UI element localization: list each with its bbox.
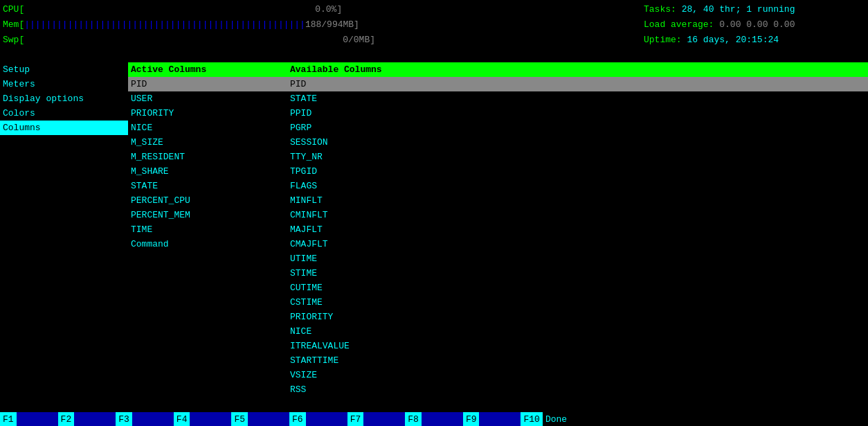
footer-f7[interactable]: F7 (347, 412, 406, 426)
avail-col-majflt[interactable]: MAJFLT (287, 222, 868, 237)
footer-f4[interactable]: F4 (174, 412, 232, 426)
f10-key[interactable]: F10 (521, 412, 542, 426)
header: CPU[ 0.0% ] Tasks: 28, 40 thr; 1 running… (0, 0, 868, 62)
avail-col-ttynr[interactable]: TTY_NR (287, 150, 868, 164)
mem-value: 188/994MB (305, 19, 354, 30)
f9-key[interactable]: F9 (463, 412, 480, 426)
footer-f9[interactable]: F9 (463, 412, 521, 426)
mem-bar: ||||||||||||||||||||||||||||||||||||||||… (24, 19, 630, 30)
footer-f6[interactable]: F6 (289, 412, 347, 426)
avail-col-state[interactable]: STATE (287, 91, 868, 106)
avail-col-starttime[interactable]: STARTTIME (287, 353, 868, 368)
sidebar-item-colors[interactable]: Colors (0, 106, 128, 121)
avail-col-ppid[interactable]: PPID (287, 106, 868, 121)
active-col-percent-cpu[interactable]: PERCENT_CPU (128, 193, 287, 208)
mem-bar-chars: ||||||||||||||||||||||||||||||||||||||||… (24, 19, 305, 30)
f4-label (190, 412, 231, 426)
avail-col-itrealvalue[interactable]: ITREALVALUE (287, 339, 868, 353)
sidebar-item-display[interactable]: Display options (0, 91, 128, 106)
active-col-priority[interactable]: PRIORITY (128, 106, 287, 121)
active-columns-header: Active Columns (128, 62, 287, 77)
active-col-msize[interactable]: M_SIZE (128, 135, 287, 150)
avail-col-nice[interactable]: NICE (287, 324, 868, 339)
avail-col-rss[interactable]: RSS (287, 382, 868, 397)
active-col-percent-mem[interactable]: PERCENT_MEM (128, 208, 287, 222)
active-col-user[interactable]: USER (128, 91, 287, 106)
active-col-mresident[interactable]: M_RESIDENT (128, 150, 287, 164)
sidebar-item-setup[interactable]: Setup (0, 62, 128, 77)
cpu-bar: 0.0% ] (24, 4, 630, 15)
active-col-pid[interactable]: PID (128, 77, 287, 91)
active-col-command[interactable]: Command (128, 237, 287, 251)
f6-key[interactable]: F6 (289, 412, 306, 426)
avail-col-tpgid[interactable]: TPGID (287, 164, 868, 179)
f2-key[interactable]: F2 (58, 412, 75, 426)
avail-col-minflt[interactable]: MINFLT (287, 193, 868, 208)
uptime-info: Uptime: 16 days, 20:15:24 (630, 35, 865, 45)
sidebar: Setup Meters Display options Colors Colu… (0, 62, 128, 412)
available-columns-panel: Available Columns PID STATE PPID PGRP SE… (287, 62, 868, 412)
f4-key[interactable]: F4 (174, 412, 190, 426)
footer: F1 F2 F3 F4 F5 F6 F7 F8 F9 F10 Done (0, 412, 868, 426)
f3-key[interactable]: F3 (116, 412, 132, 426)
avail-col-cutime[interactable]: CUTIME (287, 281, 868, 295)
load-info: Load average: 0.00 0.00 0.00 (630, 19, 865, 30)
f1-label (17, 412, 58, 426)
active-col-nice[interactable]: NICE (128, 121, 287, 135)
swp-value: 0/0MB (343, 35, 370, 45)
swp-bar: 0/0MB ] (24, 35, 630, 45)
f8-label (422, 412, 463, 426)
tasks-info: Tasks: 28, 40 thr; 1 running (630, 4, 865, 15)
sidebar-item-meters[interactable]: Meters (0, 77, 128, 91)
f7-key[interactable]: F7 (347, 412, 364, 426)
f2-label (74, 412, 116, 426)
active-col-state[interactable]: STATE (128, 179, 287, 193)
f5-label (248, 412, 289, 426)
avail-col-vsize[interactable]: VSIZE (287, 368, 868, 382)
cpu-label: CPU[ (3, 4, 24, 15)
available-columns-header: Available Columns (287, 62, 868, 77)
active-columns-panel: Active Columns PID USER PRIORITY NICE M_… (128, 62, 287, 412)
f8-key[interactable]: F8 (405, 412, 422, 426)
f10-label: Done (543, 412, 570, 426)
footer-f3[interactable]: F3 (116, 412, 174, 426)
f3-label (132, 412, 174, 426)
f6-label (306, 412, 347, 426)
avail-col-session[interactable]: SESSION (287, 135, 868, 150)
avail-col-priority[interactable]: PRIORITY (287, 310, 868, 324)
f7-label (363, 412, 405, 426)
avail-col-cminflt[interactable]: CMINFLT (287, 208, 868, 222)
avail-col-cmajflt[interactable]: CMAJFLT (287, 237, 868, 251)
avail-col-pid[interactable]: PID (287, 77, 868, 91)
footer-f1[interactable]: F1 (0, 412, 58, 426)
avail-col-flags[interactable]: FLAGS (287, 179, 868, 193)
footer-f10[interactable]: F10 Done (521, 412, 570, 426)
cpu-value: 0.0% (315, 4, 336, 15)
avail-col-pgrp[interactable]: PGRP (287, 121, 868, 135)
main-panel: Setup Meters Display options Colors Colu… (0, 62, 868, 412)
f1-key[interactable]: F1 (0, 412, 17, 426)
footer-f5[interactable]: F5 (231, 412, 289, 426)
sidebar-item-columns[interactable]: Columns (0, 121, 128, 135)
avail-col-stime[interactable]: STIME (287, 266, 868, 281)
active-col-mshare[interactable]: M_SHARE (128, 164, 287, 179)
mem-label: Mem[ (3, 19, 24, 30)
footer-f8[interactable]: F8 (405, 412, 463, 426)
active-col-time[interactable]: TIME (128, 222, 287, 237)
f5-key[interactable]: F5 (231, 412, 248, 426)
footer-f2[interactable]: F2 (58, 412, 116, 426)
f9-label (479, 412, 521, 426)
avail-col-utime[interactable]: UTIME (287, 251, 868, 266)
swp-label: Swp[ (3, 35, 24, 45)
avail-col-cstime[interactable]: CSTIME (287, 295, 868, 310)
